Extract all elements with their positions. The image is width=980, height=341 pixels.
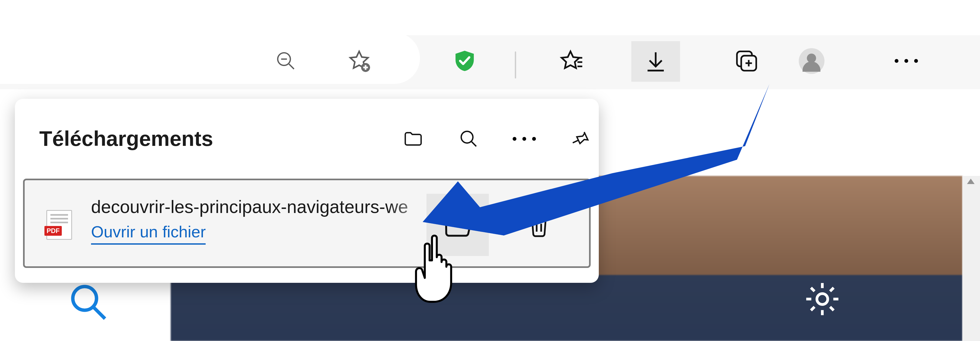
browser-toolbar: [0, 35, 980, 89]
zoom-out-button[interactable]: [271, 46, 301, 76]
content-settings-button[interactable]: [802, 279, 843, 320]
pin-panel-button[interactable]: [565, 124, 595, 154]
downloads-panel-header-actions: [398, 99, 595, 179]
pin-icon: [569, 128, 590, 149]
downloads-panel-header: Téléchargements: [15, 99, 599, 179]
scrollbar-track[interactable]: [963, 176, 980, 341]
delete-download-button[interactable]: [514, 194, 563, 256]
show-in-folder-button[interactable]: [426, 194, 489, 256]
file-type-badge: PDF: [45, 226, 62, 236]
adblock-extension-button[interactable]: [450, 46, 480, 76]
svg-point-15: [73, 287, 97, 311]
search-icon: [459, 129, 479, 149]
pdf-file-icon: PDF: [46, 210, 72, 240]
downloads-panel-title: Téléchargements: [39, 126, 213, 151]
shield-check-icon: [452, 49, 477, 73]
download-icon: [643, 49, 668, 74]
collections-add-icon: [734, 48, 759, 74]
download-item-texts: decouvrir-les-principaux-navigateurs-we …: [91, 197, 440, 245]
collections-button[interactable]: [732, 46, 761, 76]
svg-line-19: [472, 141, 476, 146]
favorites-button[interactable]: [555, 46, 585, 76]
search-icon: [68, 281, 108, 322]
svg-line-16: [94, 308, 105, 319]
folder-open-icon: [441, 209, 474, 241]
folder-icon: [402, 128, 424, 149]
search-downloads-button[interactable]: [454, 124, 484, 154]
svg-point-18: [461, 131, 473, 143]
more-horizontal-icon: [895, 59, 918, 63]
download-item[interactable]: PDF decouvrir-les-principaux-navigateurs…: [23, 179, 591, 268]
downloads-more-button[interactable]: [509, 124, 539, 154]
downloads-panel: Téléchargements PDF decouvrir-les-princi…: [15, 99, 599, 283]
more-horizontal-icon: [512, 137, 536, 141]
profile-avatar-icon: [799, 48, 824, 74]
downloads-button[interactable]: [631, 41, 680, 82]
svg-line-1: [289, 64, 294, 69]
trash-icon: [525, 211, 552, 238]
download-file-name: decouvrir-les-principaux-navigateurs-we: [91, 197, 440, 217]
svg-point-17: [817, 293, 828, 305]
open-file-link[interactable]: Ouvrir un fichier: [91, 222, 206, 245]
star-add-icon: [346, 48, 372, 74]
settings-and-more-button[interactable]: [883, 46, 929, 76]
profile-button[interactable]: [797, 46, 826, 76]
open-downloads-folder-button[interactable]: [398, 124, 428, 154]
zoom-out-icon: [275, 50, 297, 72]
content-search-button[interactable]: [68, 281, 108, 323]
favorites-list-icon: [558, 48, 583, 74]
add-favorite-button[interactable]: [344, 46, 374, 76]
gear-icon: [802, 279, 843, 319]
toolbar-separator: [515, 51, 516, 78]
scrollbar-up-button[interactable]: [967, 179, 975, 184]
downloads-panel-body: PDF decouvrir-les-principaux-navigateurs…: [15, 179, 599, 278]
